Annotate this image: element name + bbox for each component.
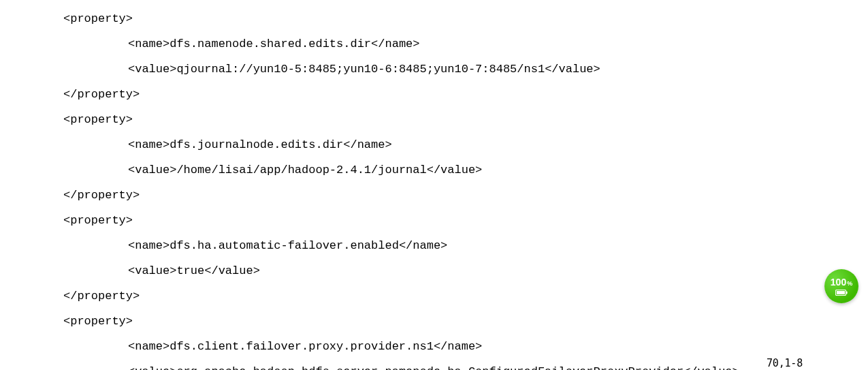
xml-line: <property> (0, 13, 868, 26)
name-open-tag: <name> (128, 239, 170, 252)
name-close-tag: </name> (434, 340, 482, 353)
xml-line: <property> (0, 215, 868, 228)
property-name: dfs.ha.automatic-failover.enabled (170, 239, 399, 252)
value-open-tag: <value> (128, 365, 176, 371)
property-close-tag: </property> (63, 189, 140, 202)
property-open-tag: <property> (63, 315, 133, 328)
value-close-tag: </value> (204, 264, 260, 277)
name-close-tag: </name> (371, 37, 419, 50)
xml-line: </property> (0, 189, 868, 202)
property-close-tag: </property> (63, 290, 140, 303)
xml-line: <value>true</value> (0, 265, 868, 278)
name-open-tag: <name> (128, 138, 170, 151)
property-name: dfs.client.failover.proxy.provider.ns1 (170, 340, 434, 353)
property-value: qjournal://yun10-5:8485;yun10-6:8485;yun… (176, 63, 545, 76)
property-open-tag: <property> (63, 113, 133, 126)
value-open-tag: <value> (128, 63, 176, 76)
name-open-tag: <name> (128, 37, 170, 50)
name-close-tag: </name> (343, 138, 391, 151)
xml-line: </property> (0, 89, 868, 102)
percent-sign: % (847, 279, 852, 288)
property-close-tag: </property> (63, 88, 140, 101)
value-close-tag: </value> (427, 164, 483, 176)
cursor-position-text: 70,1-8 (767, 357, 803, 369)
editor-status-position: 70,1-8 (767, 357, 803, 370)
value-close-tag: </value> (545, 63, 600, 76)
svg-rect-1 (837, 291, 845, 294)
value-open-tag: <value> (128, 164, 176, 176)
xml-line: <name>dfs.namenode.shared.edits.dir</nam… (0, 38, 868, 51)
battery-icon (835, 290, 848, 296)
property-value: org.apache.hadoop.hdfs.server.namenode.h… (176, 365, 684, 371)
text-editor-viewport[interactable]: <property> <name>dfs.namenode.shared.edi… (0, 0, 868, 370)
name-open-tag: <name> (128, 340, 170, 353)
xml-line: <name>dfs.ha.automatic-failover.enabled<… (0, 240, 868, 253)
value-open-tag: <value> (128, 264, 176, 277)
battery-percent: 100% (831, 277, 852, 288)
xml-line: <name>dfs.journalnode.edits.dir</name> (0, 139, 868, 152)
value-close-tag: </value> (684, 365, 739, 371)
xml-line: <value>org.apache.hadoop.hdfs.server.nam… (0, 366, 868, 371)
xml-line: <value>/home/lisai/app/hadoop-2.4.1/jour… (0, 164, 868, 177)
property-open-tag: <property> (63, 214, 133, 227)
name-close-tag: </name> (399, 239, 447, 252)
svg-rect-2 (846, 291, 848, 294)
property-open-tag: <property> (63, 12, 133, 25)
property-name: dfs.namenode.shared.edits.dir (170, 37, 371, 50)
property-value: /home/lisai/app/hadoop-2.4.1/journal (176, 164, 426, 176)
xml-line: <property> (0, 315, 868, 328)
battery-percent-value: 100 (831, 277, 846, 287)
battery-status-badge[interactable]: 100% (824, 269, 858, 303)
property-name: dfs.journalnode.edits.dir (170, 138, 343, 151)
xml-line: <value>qjournal://yun10-5:8485;yun10-6:8… (0, 63, 868, 76)
xml-line: <name>dfs.client.failover.proxy.provider… (0, 341, 868, 354)
xml-line: </property> (0, 290, 868, 303)
property-value: true (176, 264, 204, 277)
xml-line: <property> (0, 114, 868, 127)
